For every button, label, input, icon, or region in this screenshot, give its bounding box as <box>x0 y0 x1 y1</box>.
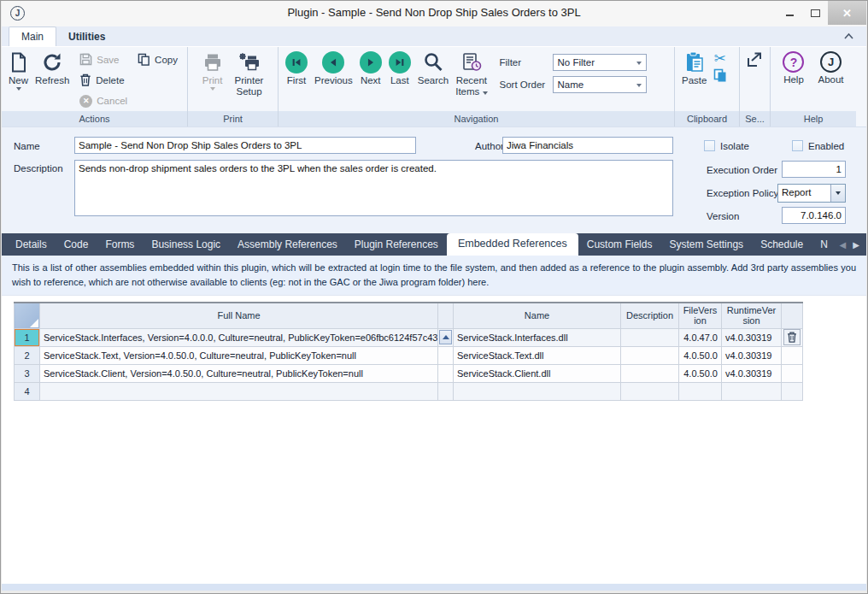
name-cell[interactable]: ServiceStack.Interfaces.dll <box>454 328 621 346</box>
delete-label: Delete <box>96 75 124 85</box>
copy-pages-icon[interactable] <box>713 68 727 85</box>
next-button[interactable]: Next <box>356 50 385 87</box>
description-cell[interactable] <box>621 364 679 382</box>
share-icon[interactable] <box>746 50 765 72</box>
printer-setup-label: PrinterSetup <box>235 75 264 97</box>
row-number-cell[interactable]: 4 <box>15 382 40 400</box>
cut-icon[interactable]: ✂ <box>713 51 727 66</box>
first-record-icon <box>285 51 308 74</box>
tab-schedule[interactable]: Schedule <box>752 233 812 256</box>
description-cell[interactable] <box>621 382 679 400</box>
new-button[interactable]: New <box>5 50 32 92</box>
tab-overflow[interactable]: N <box>812 233 836 256</box>
cancel-button[interactable]: ✕ Cancel <box>76 91 131 111</box>
isolate-checkbox[interactable] <box>704 140 715 151</box>
printer-setup-button[interactable]: PrinterSetup <box>232 50 267 99</box>
help-button[interactable]: ? Help <box>779 50 807 86</box>
navigation-group-label: Navigation <box>279 111 674 126</box>
tab-embedded-references[interactable]: Embedded References <box>447 233 578 256</box>
collapse-ribbon-icon[interactable] <box>843 28 854 44</box>
recent-items-button[interactable]: RecentItems <box>452 50 490 99</box>
printer-icon <box>202 51 223 74</box>
about-button[interactable]: J About <box>814 50 847 86</box>
ribbon-group-help: ? Help J About Help <box>771 47 856 126</box>
print-button[interactable]: Print <box>199 50 226 92</box>
runtime-version-cell[interactable] <box>722 382 782 400</box>
file-version-cell[interactable]: 4.0.50.0 <box>679 346 722 364</box>
print-group-label: Print <box>188 111 278 126</box>
delete-row-button[interactable] <box>783 329 801 345</box>
row-number-cell[interactable]: 1 <box>15 328 40 346</box>
scroll-tabs-left-icon[interactable]: ◀ <box>840 240 847 250</box>
maximize-button[interactable] <box>802 1 828 25</box>
column-header-file-version[interactable]: FileVersion <box>679 303 722 328</box>
search-button[interactable]: Search <box>414 50 452 87</box>
previous-button[interactable]: Previous <box>311 50 356 87</box>
recent-items-dropdown-icon <box>483 91 488 95</box>
refresh-button[interactable]: Refresh <box>32 50 73 87</box>
close-button[interactable]: ✕ <box>828 1 866 25</box>
recent-items-label: RecentItems <box>455 75 487 97</box>
description-label: Description <box>14 163 63 173</box>
delete-button[interactable]: Delete <box>76 70 131 91</box>
column-header-runtime-version[interactable]: RuntimeVersion <box>722 303 782 328</box>
search-label: Search <box>418 75 449 85</box>
file-version-cell[interactable]: 4.0.47.0 <box>679 328 722 346</box>
tab-business-logic[interactable]: Business Logic <box>143 233 229 256</box>
full-name-cell[interactable]: ServiceStack.Client, Version=4.0.50.0, C… <box>40 364 438 382</box>
paste-button[interactable]: Paste <box>678 50 710 87</box>
send-group-label: Se... <box>740 111 770 126</box>
name-cell[interactable]: ServiceStack.Text.dll <box>454 346 621 364</box>
description-cell[interactable] <box>621 346 679 364</box>
full-name-cell[interactable]: ServiceStack.Interfaces, Version=4.0.0.0… <box>40 328 438 346</box>
select-all-corner[interactable] <box>15 303 40 328</box>
name-cell[interactable]: ServiceStack.Client.dll <box>454 364 621 382</box>
name-input[interactable] <box>74 137 416 154</box>
tab-code[interactable]: Code <box>56 233 97 256</box>
save-button[interactable]: Save <box>76 50 131 70</box>
tab-plugin-references[interactable]: Plugin References <box>346 233 447 256</box>
file-version-cell[interactable]: 4.0.50.0 <box>679 364 722 382</box>
column-header-description[interactable]: Description <box>621 303 679 328</box>
enabled-checkbox[interactable] <box>792 140 803 151</box>
table-row[interactable]: 3 ServiceStack.Client, Version=4.0.50.0,… <box>15 364 803 382</box>
runtime-version-cell[interactable]: v4.0.30319 <box>722 346 782 364</box>
table-row[interactable]: 1 ServiceStack.Interfaces, Version=4.0.0… <box>15 328 803 346</box>
tab-system-settings[interactable]: System Settings <box>660 233 752 256</box>
name-cell[interactable] <box>454 382 621 400</box>
runtime-version-cell[interactable]: v4.0.30319 <box>722 328 782 346</box>
row-expand-cell <box>438 364 454 382</box>
previous-label: Previous <box>314 75 353 85</box>
description-input[interactable]: Sends non-drop shipment sales orders to … <box>74 160 673 216</box>
column-header-full-name[interactable]: Full Name <box>40 303 438 328</box>
scroll-tabs-right-icon[interactable]: ▶ <box>853 240 859 250</box>
runtime-version-cell[interactable]: v4.0.30319 <box>722 364 782 382</box>
tab-details[interactable]: Details <box>7 233 56 256</box>
exception-policy-dropdown[interactable]: Report <box>777 184 846 203</box>
plugin-tab-bar: Details Code Forms Business Logic Assemb… <box>2 233 866 256</box>
sort-order-dropdown[interactable]: Name <box>553 76 647 93</box>
table-row[interactable]: 4 <box>15 382 803 400</box>
filter-dropdown[interactable]: No Filter <box>553 54 647 71</box>
execution-order-input[interactable] <box>782 161 846 178</box>
full-name-cell[interactable]: ServiceStack.Text, Version=4.0.50.0, Cul… <box>40 346 438 364</box>
version-input[interactable] <box>782 207 846 224</box>
row-number-cell[interactable]: 2 <box>15 346 40 364</box>
copy-button[interactable]: Copy <box>134 50 181 70</box>
author-input[interactable] <box>502 137 673 154</box>
full-name-cell[interactable] <box>40 382 438 400</box>
first-button[interactable]: First <box>282 50 311 87</box>
last-button[interactable]: Last <box>385 50 414 87</box>
tab-assembly-references[interactable]: Assembly References <box>229 233 346 256</box>
ribbon-tab-utilities[interactable]: Utilities <box>56 27 117 46</box>
file-version-cell[interactable] <box>679 382 722 400</box>
minimize-button[interactable] <box>777 1 802 25</box>
ribbon-tab-main[interactable]: Main <box>9 26 56 46</box>
description-cell[interactable] <box>621 328 679 346</box>
table-row[interactable]: 2 ServiceStack.Text, Version=4.0.50.0, C… <box>15 346 803 364</box>
tab-custom-fields[interactable]: Custom Fields <box>578 233 661 256</box>
tab-forms[interactable]: Forms <box>97 233 143 256</box>
row-number-cell[interactable]: 3 <box>15 364 40 382</box>
column-header-name[interactable]: Name <box>454 303 621 328</box>
collapse-row-button[interactable] <box>439 330 452 344</box>
